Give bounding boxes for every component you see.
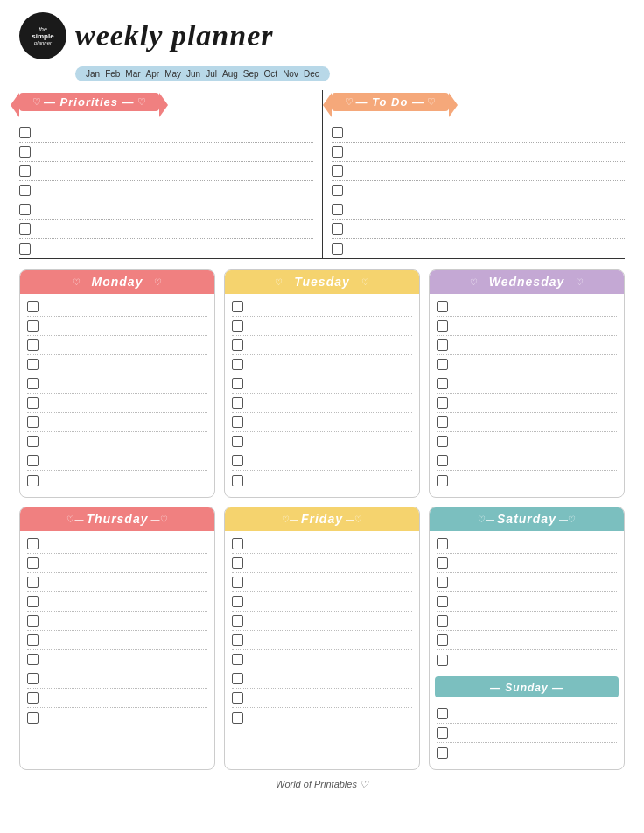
checkbox[interactable] (19, 146, 31, 158)
checkbox[interactable] (437, 654, 448, 666)
day-check-row[interactable] (27, 650, 207, 669)
checkbox[interactable] (332, 243, 343, 255)
day-check-row[interactable] (437, 535, 617, 554)
check-row[interactable] (19, 220, 313, 239)
check-row[interactable] (19, 143, 313, 162)
checkbox[interactable] (27, 615, 38, 626)
day-check-row[interactable] (437, 452, 617, 471)
day-check-row[interactable] (232, 669, 412, 689)
checkbox[interactable] (27, 577, 38, 588)
day-check-row[interactable] (27, 394, 207, 413)
checkbox[interactable] (27, 397, 38, 409)
day-check-row[interactable] (437, 612, 617, 631)
sunday-check-row[interactable] (437, 704, 617, 724)
check-row[interactable] (332, 143, 626, 162)
day-check-row[interactable] (437, 592, 617, 612)
day-check-row[interactable] (27, 374, 207, 394)
checkbox[interactable] (437, 455, 448, 466)
day-check-row[interactable] (27, 708, 207, 727)
day-check-row[interactable] (27, 573, 207, 592)
checkbox[interactable] (27, 340, 38, 351)
day-check-row[interactable] (437, 573, 617, 592)
day-check-row[interactable] (27, 554, 207, 573)
checkbox[interactable] (437, 416, 448, 428)
day-check-row[interactable] (232, 432, 412, 452)
day-check-row[interactable] (27, 336, 207, 355)
checkbox[interactable] (232, 301, 243, 312)
day-check-row[interactable] (437, 554, 617, 573)
checkbox[interactable] (232, 359, 243, 370)
day-check-row[interactable] (232, 708, 412, 727)
checkbox[interactable] (332, 204, 343, 215)
sunday-check-row[interactable] (437, 743, 617, 762)
checkbox[interactable] (437, 397, 448, 409)
checkbox[interactable] (437, 596, 448, 607)
checkbox[interactable] (437, 475, 448, 486)
checkbox[interactable] (232, 538, 243, 550)
checkbox[interactable] (332, 146, 343, 158)
checkbox[interactable] (27, 475, 38, 486)
day-check-row[interactable] (437, 374, 617, 394)
day-check-row[interactable] (232, 689, 412, 708)
day-check-row[interactable] (232, 394, 412, 413)
checkbox[interactable] (232, 596, 243, 607)
day-check-row[interactable] (27, 413, 207, 432)
checkbox[interactable] (437, 320, 448, 332)
checkbox[interactable] (232, 692, 243, 704)
checkbox[interactable] (232, 712, 243, 724)
day-check-row[interactable] (27, 317, 207, 336)
checkbox[interactable] (437, 557, 448, 569)
check-row[interactable] (332, 239, 626, 258)
day-check-row[interactable] (437, 413, 617, 432)
day-check-row[interactable] (27, 452, 207, 471)
day-check-row[interactable] (437, 650, 617, 669)
checkbox[interactable] (19, 185, 31, 196)
check-row[interactable] (19, 162, 313, 181)
day-check-row[interactable] (437, 355, 617, 374)
day-check-row[interactable] (232, 471, 412, 490)
checkbox[interactable] (437, 708, 448, 719)
checkbox[interactable] (19, 165, 31, 177)
checkbox[interactable] (19, 243, 31, 255)
checkbox[interactable] (27, 596, 38, 607)
checkbox[interactable] (232, 673, 243, 684)
check-row[interactable] (19, 239, 313, 258)
checkbox[interactable] (437, 615, 448, 626)
checkbox[interactable] (19, 204, 31, 215)
day-check-row[interactable] (27, 592, 207, 612)
check-row[interactable] (332, 200, 626, 220)
checkbox[interactable] (437, 634, 448, 646)
checkbox[interactable] (437, 727, 448, 738)
checkbox[interactable] (437, 378, 448, 389)
checkbox[interactable] (27, 692, 38, 704)
day-check-row[interactable] (232, 317, 412, 336)
checkbox[interactable] (19, 127, 31, 138)
day-check-row[interactable] (232, 650, 412, 669)
checkbox[interactable] (27, 557, 38, 569)
check-row[interactable] (19, 123, 313, 143)
day-check-row[interactable] (232, 631, 412, 650)
day-check-row[interactable] (27, 669, 207, 689)
day-check-row[interactable] (437, 298, 617, 317)
checkbox[interactable] (27, 359, 38, 370)
day-check-row[interactable] (232, 573, 412, 592)
checkbox[interactable] (332, 223, 343, 234)
day-check-row[interactable] (27, 631, 207, 650)
day-check-row[interactable] (437, 432, 617, 452)
day-check-row[interactable] (232, 355, 412, 374)
checkbox[interactable] (437, 577, 448, 588)
check-row[interactable] (19, 181, 313, 200)
checkbox[interactable] (232, 557, 243, 569)
day-check-row[interactable] (27, 471, 207, 490)
checkbox[interactable] (27, 673, 38, 684)
checkbox[interactable] (232, 577, 243, 588)
day-check-row[interactable] (27, 535, 207, 554)
checkbox[interactable] (27, 320, 38, 332)
day-check-row[interactable] (232, 612, 412, 631)
day-check-row[interactable] (27, 432, 207, 452)
checkbox[interactable] (19, 223, 31, 234)
day-check-row[interactable] (437, 631, 617, 650)
checkbox[interactable] (437, 747, 448, 759)
check-row[interactable] (19, 200, 313, 220)
checkbox[interactable] (27, 538, 38, 550)
